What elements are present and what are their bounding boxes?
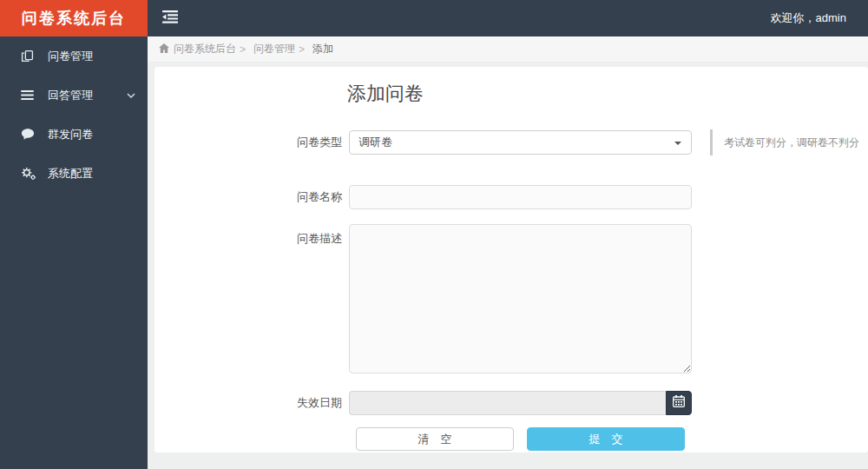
list-icon	[21, 89, 38, 101]
chevron-down-icon	[127, 93, 135, 98]
breadcrumb-home[interactable]: 问卷系统后台	[174, 42, 236, 56]
sidebar-item-questionnaire-management[interactable]: 问卷管理	[0, 36, 148, 76]
breadcrumb-item-add: 添加	[312, 42, 333, 56]
submit-button[interactable]: 提 交	[527, 427, 685, 451]
date-picker-button[interactable]	[666, 391, 692, 415]
cogs-icon	[21, 167, 38, 181]
questionnaire-type-select[interactable]: 调研卷	[349, 130, 692, 155]
form-row-expiry-date: 失效日期	[155, 391, 868, 415]
calendar-icon	[673, 395, 685, 411]
page-title: 添加问卷	[347, 81, 868, 107]
breadcrumb-separator: >	[240, 43, 246, 56]
sidebar-item-system-configuration[interactable]: 系统配置	[0, 154, 148, 193]
expiry-date-input[interactable]	[349, 391, 666, 415]
questionnaire-description-textarea[interactable]	[349, 224, 692, 373]
form-row-name: 问卷名称	[155, 185, 868, 209]
description-label: 问卷描述	[155, 224, 349, 247]
sidebar: 问卷管理 回答管理 群发问卷	[0, 36, 148, 469]
topbar: 欢迎你，admin	[148, 0, 868, 36]
breadcrumb-separator: >	[299, 43, 305, 56]
name-label: 问卷名称	[155, 189, 349, 205]
breadcrumb: 问卷系统后台 > 问卷管理 > 添加	[148, 36, 868, 63]
add-questionnaire-form-panel: 添加问卷 问卷类型 调研卷 考试卷可判分，调研卷不判分 问卷名称	[155, 67, 868, 452]
clear-button[interactable]: 清 空	[356, 427, 514, 451]
home-icon	[159, 43, 169, 56]
copy-icon	[21, 50, 38, 63]
sidebar-toggle-icon	[162, 10, 178, 27]
main-content: 问卷系统后台 > 问卷管理 > 添加 添加问卷 问卷类型 调研卷 考试卷可判分，…	[148, 36, 868, 469]
selected-type-value: 调研卷	[358, 135, 392, 150]
comment-icon	[21, 128, 38, 141]
sidebar-item-mass-send-questionnaire[interactable]: 群发问卷	[0, 115, 148, 154]
brand-logo[interactable]: 问卷系统后台	[0, 0, 148, 36]
breadcrumb-item-questionnaire-management[interactable]: 问卷管理	[253, 42, 295, 56]
type-hint: 考试卷可判分，调研卷不判分	[710, 129, 859, 155]
form-actions: 清 空 提 交	[356, 427, 868, 451]
questionnaire-name-input[interactable]	[349, 185, 692, 209]
app-window: 问卷系统后台 欢迎你，admin	[0, 0, 868, 469]
sidebar-item-label: 回答管理	[48, 88, 93, 103]
sidebar-item-answer-management[interactable]: 回答管理	[0, 76, 148, 115]
sidebar-item-label: 群发问卷	[48, 127, 93, 142]
sidebar-item-label: 系统配置	[48, 166, 93, 182]
expiry-date-label: 失效日期	[155, 395, 349, 411]
sidebar-toggle-button[interactable]	[155, 0, 186, 36]
form-row-type: 问卷类型 调研卷 考试卷可判分，调研卷不判分	[155, 129, 868, 155]
sidebar-item-label: 问卷管理	[48, 49, 93, 64]
type-label: 问卷类型	[155, 135, 349, 150]
brand-title: 问卷系统后台	[22, 8, 126, 29]
form-row-description: 问卷描述	[155, 224, 868, 377]
welcome-text: 欢迎你，admin	[771, 10, 846, 26]
